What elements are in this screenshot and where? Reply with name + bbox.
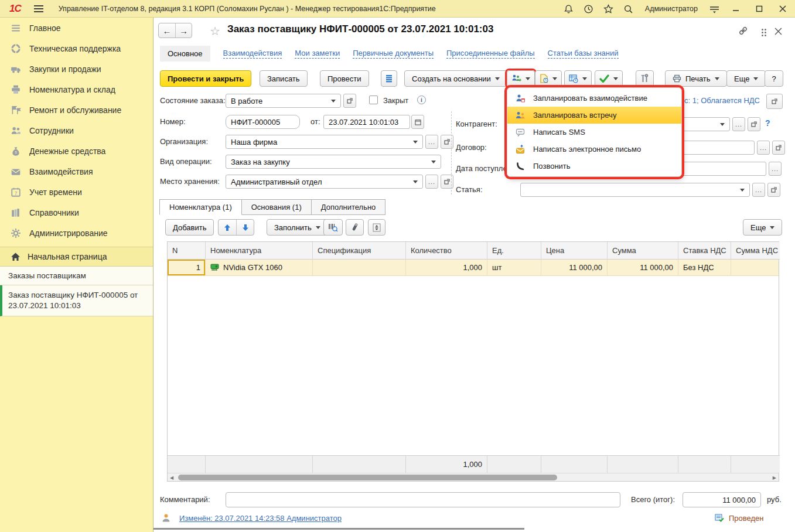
cell-price[interactable]: 11 000,00 <box>541 260 608 275</box>
scrollbar-thumb[interactable] <box>178 475 557 480</box>
sidebar-item-repair[interactable]: Ремонт и обслуживание <box>0 100 153 120</box>
add-row-button[interactable]: Добавить <box>165 219 214 236</box>
cell-sum[interactable]: 11 000,00 <box>608 260 678 275</box>
col-header-n[interactable]: N <box>168 242 206 260</box>
cell-n[interactable]: 1 <box>168 260 206 275</box>
move-down-button[interactable] <box>236 220 254 235</box>
col-header-vat-rate[interactable]: Ставка НДС <box>678 242 731 260</box>
maximize-button[interactable] <box>752 3 767 15</box>
tab-additional[interactable]: Дополнительно <box>311 199 386 215</box>
get-link-icon[interactable] <box>737 25 749 36</box>
tab-interactions[interactable]: Взаимодействия <box>223 49 282 59</box>
tab-primary-documents[interactable]: Первичные документы <box>353 49 434 59</box>
cell-vat-sum[interactable] <box>731 260 780 275</box>
notifications-bell-icon[interactable] <box>563 3 575 15</box>
sidebar-item-purchases-sales[interactable]: Закупки и продажи <box>0 59 153 79</box>
move-up-button[interactable] <box>219 220 236 235</box>
posting-results-button[interactable] <box>381 70 397 87</box>
table-more-button[interactable]: Еще <box>743 219 782 236</box>
operation-type-field[interactable]: Заказ на закупку <box>226 155 441 169</box>
write-button[interactable]: Записать <box>260 70 308 87</box>
col-header-quantity[interactable]: Количество <box>406 242 487 260</box>
bottom-scrollbar[interactable] <box>153 528 524 530</box>
menu-item-call[interactable]: Позвонить <box>507 158 681 175</box>
contract-open-button[interactable] <box>772 141 785 155</box>
scanner-button[interactable] <box>346 219 364 236</box>
back-button[interactable]: ← <box>159 23 175 37</box>
comment-input[interactable] <box>226 492 620 507</box>
table-horizontal-scrollbar[interactable]: ◀ ▶ <box>168 473 779 481</box>
article-open-button[interactable] <box>767 183 780 197</box>
check-menu-button[interactable] <box>595 70 623 87</box>
tab-nomenclature[interactable]: Номенклатура (1) <box>159 199 242 215</box>
contract-select-button[interactable]: ... <box>757 141 770 155</box>
date-field[interactable]: 23.07.2021 10:01:03 <box>323 115 410 129</box>
post-and-close-button[interactable]: Провести и закрыть <box>160 70 251 87</box>
minimize-button[interactable] <box>728 3 743 15</box>
counterparty-open-button[interactable] <box>748 117 760 131</box>
tab-knowledge-base[interactable]: Статьи базы знаний <box>548 49 619 59</box>
col-header-vat-sum[interactable]: Сумма НДС <box>731 242 780 260</box>
help-button[interactable]: ? <box>765 70 783 87</box>
menu-item-plan-interaction[interactable]: Запланировать взаимодействие <box>507 90 681 107</box>
cell-unit[interactable]: шт <box>487 260 541 275</box>
sidebar-item-support[interactable]: Техническая поддержка <box>0 38 153 59</box>
sidebar-home-page[interactable]: Начальная страница <box>0 247 153 267</box>
menu-item-write-email[interactable]: Написать электронное письмо <box>507 141 681 158</box>
storage-select-button[interactable]: ... <box>425 175 438 189</box>
col-header-specification[interactable]: Спецификация <box>313 242 406 260</box>
total-value[interactable]: 11 000,00 <box>683 492 761 507</box>
cell-specification[interactable] <box>313 260 406 275</box>
plan-interaction-menu-button[interactable] <box>507 70 535 87</box>
print-button[interactable]: Печать <box>665 70 727 87</box>
service-tools-button[interactable] <box>636 70 654 87</box>
barcode-search-button[interactable] <box>323 219 343 236</box>
cell-nomenclature[interactable]: NVidia GTX 1060 <box>206 260 313 275</box>
col-header-price[interactable]: Цена <box>541 242 608 260</box>
main-menu-icon[interactable] <box>34 5 43 12</box>
table-row[interactable]: 1 NVidia GTX 1060 1,000 шт 11 000,00 11 … <box>168 260 779 276</box>
sidebar-item-money[interactable]: s Денежные средства <box>0 141 153 161</box>
history-icon[interactable] <box>583 3 595 15</box>
closed-checkbox[interactable] <box>369 96 378 104</box>
post-button[interactable]: Провести <box>320 70 369 87</box>
menu-item-plan-meeting[interactable]: Запланировать встречу <box>507 107 681 124</box>
fill-button[interactable]: Заполнить <box>267 219 328 236</box>
tab-my-notes[interactable]: Мои заметки <box>295 49 340 59</box>
sidebar-window-orders-list[interactable]: Заказы поставщикам <box>0 267 153 285</box>
service-menu-icon[interactable] <box>708 3 720 15</box>
schedule-menu-button[interactable] <box>564 70 592 87</box>
row-height-button[interactable] <box>368 219 385 236</box>
sidebar-item-employees[interactable]: Сотрудники <box>0 120 153 141</box>
more-actions-kebab-icon[interactable] <box>758 26 770 38</box>
info-icon[interactable]: i <box>417 96 426 104</box>
storage-field[interactable]: Административный отдел <box>226 175 423 189</box>
menu-item-write-sms[interactable]: Написать SMS <box>507 124 681 141</box>
sidebar-window-current-order[interactable]: Заказ поставщику НФИТ-000005 от 23.07.20… <box>0 285 153 316</box>
col-header-unit[interactable]: Ед. <box>487 242 541 260</box>
sidebar-item-interactions[interactable]: Взаимодействия <box>0 161 153 182</box>
tab-basis[interactable]: Основания (1) <box>241 199 312 215</box>
counterparty-select-button[interactable]: ... <box>732 117 745 131</box>
more-button[interactable]: Еще <box>726 70 766 87</box>
sidebar-item-nomenclature[interactable]: Номенклатура и склад <box>0 79 153 100</box>
counterparty-help-icon[interactable]: ? <box>765 118 770 128</box>
current-user[interactable]: Администратор <box>645 5 698 13</box>
col-header-nomenclature[interactable]: Номенклатура <box>206 242 313 260</box>
table-empty-area[interactable] <box>168 276 779 455</box>
receipt-date-select-button[interactable]: ... <box>769 162 782 176</box>
favorites-star-icon[interactable] <box>603 3 615 15</box>
sidebar-item-time-tracking[interactable]: 7 Учет времени <box>0 182 153 202</box>
organization-select-button[interactable]: ... <box>425 135 438 149</box>
modified-link[interactable]: Изменён: 23.07.2021 14:23:58 Администрат… <box>179 514 342 523</box>
cell-vat-rate[interactable]: Без НДС <box>678 260 731 275</box>
create-based-on-button[interactable]: Создать на основании <box>404 70 507 87</box>
tab-main[interactable]: Основное <box>160 46 210 62</box>
article-field[interactable] <box>520 183 750 197</box>
favorite-star-icon[interactable]: ☆ <box>210 24 220 38</box>
search-icon[interactable] <box>623 3 634 15</box>
tab-attached-files[interactable]: Присоединенные файлы <box>446 49 535 59</box>
sidebar-item-directories[interactable]: Справочники <box>0 202 153 223</box>
col-header-sum[interactable]: Сумма <box>608 242 678 260</box>
sidebar-item-administration[interactable]: Администрирование <box>0 223 153 243</box>
